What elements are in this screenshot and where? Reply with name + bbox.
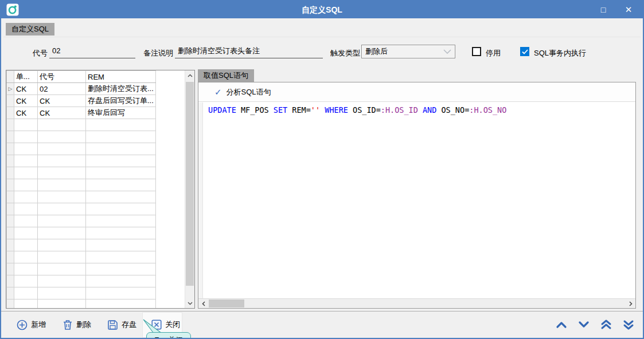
sql-transaction-checkbox[interactable] [520, 47, 529, 56]
save-button[interactable]: 存盘 [107, 316, 136, 334]
table-cell [86, 143, 156, 155]
horizontal-scrollbar[interactable] [198, 298, 635, 308]
column-header-code[interactable]: 代号 [38, 71, 86, 83]
custom-sql-window: 自定义SQL □ ✕ 自定义SQL 代号 02 备注说明 删除时清空受订表头备注… [0, 0, 644, 339]
horizontal-scroll-thumb[interactable] [209, 299, 244, 308]
sql-token: AND [423, 105, 436, 115]
chevron-down-icon [578, 321, 590, 329]
code-input[interactable]: 02 [49, 44, 135, 58]
sql-panel: ✓ 分析SQL语句 UPDATE MF_POS SET REM='' WHERE… [198, 82, 636, 309]
tab-custom-sql[interactable]: 自定义SQL [6, 23, 54, 36]
table-cell [38, 227, 86, 239]
chevron-up-icon [556, 321, 567, 329]
table-cell [86, 131, 156, 143]
table-row[interactable] [7, 179, 156, 191]
row-indicator-cell [7, 215, 14, 227]
table-cell [38, 203, 86, 215]
row-indicator-cell [7, 203, 14, 215]
table-row[interactable] [7, 263, 156, 275]
close-label: 关闭 [165, 320, 180, 330]
row-indicator-cell [7, 179, 14, 191]
sql-token: MF_POS [236, 105, 274, 115]
row-indicator-cell [7, 167, 14, 179]
row-indicator-cell [7, 107, 14, 119]
analyze-sql-button[interactable]: ✓ 分析SQL语句 [198, 82, 635, 102]
table-cell [38, 251, 86, 263]
delete-button[interactable]: 删除 [63, 316, 91, 334]
table-cell [14, 155, 38, 167]
sql-token: :H.OS_ID [381, 105, 418, 115]
table-cell [14, 119, 38, 131]
row-indicator-cell [7, 227, 14, 239]
table-cell [14, 251, 38, 263]
table-cell [86, 263, 156, 275]
row-indicator-cell [7, 251, 14, 263]
table-cell [14, 131, 38, 143]
table-row[interactable]: ▷CK02删除时清空受订表... [7, 83, 156, 95]
table-row[interactable] [7, 191, 156, 203]
scroll-down-button[interactable] [185, 298, 194, 308]
column-header-doc[interactable]: 单... [14, 71, 38, 83]
table-row[interactable]: CKCK存盘后回写受订单... [7, 95, 156, 107]
column-header-rem[interactable]: REM [86, 71, 156, 83]
delete-label: 删除 [76, 320, 91, 330]
window-close-button[interactable]: ✕ [615, 1, 642, 18]
table-cell [14, 239, 38, 251]
table-cell [14, 227, 38, 239]
table-row[interactable] [7, 227, 156, 239]
table-cell [86, 275, 156, 287]
table-row[interactable] [7, 239, 156, 251]
nav-double-down-button[interactable] [622, 319, 635, 330]
check-icon: ✓ [214, 87, 222, 97]
scroll-up-button[interactable] [185, 70, 194, 80]
table-cell [86, 203, 156, 215]
table-row[interactable] [7, 143, 156, 155]
table-cell [14, 191, 38, 203]
scroll-right-button[interactable] [626, 299, 635, 308]
table-row[interactable] [7, 275, 156, 287]
editor-gutter [198, 103, 203, 298]
disable-checkbox[interactable] [472, 47, 481, 56]
table-cell [38, 167, 86, 179]
nav-down-button[interactable] [577, 319, 591, 330]
sql-transaction-label: SQL事务内执行 [534, 48, 586, 58]
table-row[interactable] [7, 251, 156, 263]
row-indicator-cell [7, 131, 14, 143]
table-cell [14, 167, 38, 179]
maximize-button[interactable]: □ [590, 1, 616, 18]
trigger-type-select[interactable]: 删除后 [361, 45, 455, 58]
table-row[interactable] [7, 167, 156, 179]
sql-editor[interactable]: UPDATE MF_POS SET REM='' WHERE OS_ID=:H.… [198, 103, 635, 298]
table-cell: 终审后回写 [86, 107, 156, 119]
table-cell [38, 191, 86, 203]
table-cell: 存盘后回写受订单... [86, 95, 156, 107]
vertical-scrollbar[interactable] [185, 70, 194, 308]
table-cell [38, 215, 86, 227]
table-cell [14, 275, 38, 287]
table-row[interactable] [7, 215, 156, 227]
table-row[interactable] [7, 287, 156, 299]
nav-double-up-button[interactable] [599, 319, 613, 330]
vertical-scroll-thumb[interactable] [186, 82, 194, 286]
tab-value-sql[interactable]: 取值SQL语句 [198, 69, 254, 82]
remark-input[interactable]: 删除时清空受订表头备注 [175, 44, 323, 58]
table-row[interactable] [7, 119, 156, 131]
row-indicator-cell [7, 299, 14, 309]
table-cell [86, 179, 156, 191]
sql-token: OS_ID= [348, 105, 381, 115]
table-row[interactable] [7, 131, 156, 143]
trigger-type-value: 删除后 [365, 46, 443, 57]
scroll-left-button[interactable] [198, 299, 208, 308]
table-row[interactable]: CKCK终审后回写 [7, 107, 156, 119]
sql-token [418, 105, 423, 115]
table-cell: CK [38, 95, 86, 107]
remark-label: 备注说明 [143, 48, 173, 58]
analyze-sql-label: 分析SQL语句 [227, 87, 271, 97]
add-button[interactable]: 新增 [17, 316, 46, 334]
table-row[interactable] [7, 203, 156, 215]
nav-up-button[interactable] [555, 319, 568, 330]
table-row[interactable] [7, 299, 156, 309]
table-cell [86, 287, 156, 299]
esc-close-tooltip: Esc 关闭 [146, 332, 191, 339]
table-row[interactable] [7, 155, 156, 167]
